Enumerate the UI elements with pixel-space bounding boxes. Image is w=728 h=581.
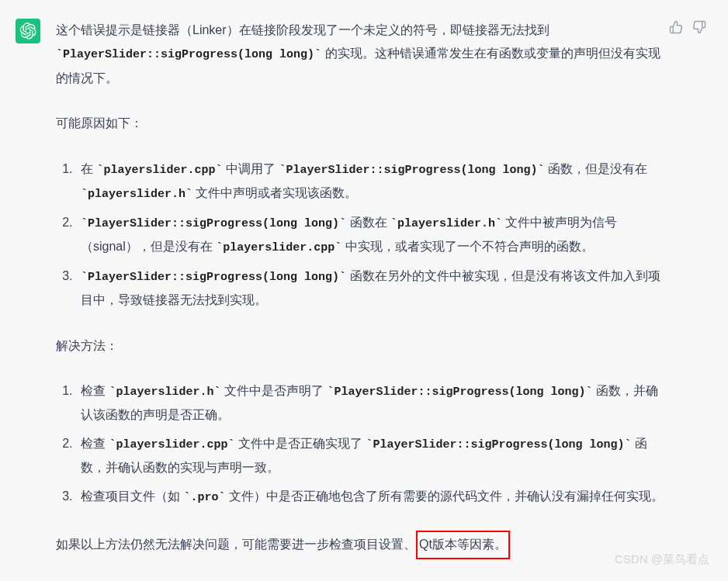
inline-code: `PlayerSlider::sigProgress(long long)` — [81, 271, 346, 284]
intro-paragraph: 这个错误提示是链接器（Linker）在链接阶段发现了一个未定义的符号，即链接器无… — [56, 19, 666, 90]
causes-list: 在 `playerslider.cpp` 中调用了 `PlayerSlider:… — [56, 157, 666, 313]
feedback-buttons — [669, 20, 706, 34]
text: 函数，但是没有在 — [544, 162, 647, 175]
inline-code: `.pro` — [183, 491, 225, 504]
text: 如果以上方法仍然无法解决问题，可能需要进一步检查项目设置、 — [56, 538, 416, 551]
openai-logo-icon — [19, 22, 36, 40]
solutions-list: 检查 `playerslider.h` 文件中是否声明了 `PlayerSlid… — [56, 379, 666, 509]
text: 文件）中是否正确地包含了所有需要的源代码文件，并确认没有漏掉任何实现。 — [225, 489, 663, 503]
inline-code: `playerslider.h` — [109, 386, 220, 399]
text: 中实现，或者实现了一个不符合声明的函数。 — [341, 240, 593, 253]
thumbs-up-icon[interactable] — [669, 20, 683, 34]
text: 文件中是否正确实现了 — [234, 437, 366, 450]
text: 函数在 — [346, 216, 390, 229]
list-item: 检查 `playerslider.h` 文件中是否声明了 `PlayerSlid… — [76, 379, 666, 427]
list-item: 在 `playerslider.cpp` 中调用了 `PlayerSlider:… — [76, 157, 666, 206]
watermark: CSDN @菜鸟看点 — [615, 552, 709, 567]
message-content: 这个错误提示是链接器（Linker）在链接阶段发现了一个未定义的符号，即链接器无… — [56, 19, 712, 581]
highlighted-text: Qt版本等因素。 — [416, 531, 510, 559]
list-item: `PlayerSlider::sigProgress(long long)` 函… — [76, 211, 666, 260]
assistant-message: 这个错误提示是链接器（Linker）在链接阶段发现了一个未定义的符号，即链接器无… — [0, 0, 728, 581]
list-item: `PlayerSlider::sigProgress(long long)` 函… — [76, 265, 666, 313]
list-item: 检查 `playerslider.cpp` 文件中是否正确实现了 `Player… — [76, 432, 666, 480]
text: 中调用了 — [222, 162, 279, 175]
text: 文件中是否声明了 — [220, 384, 327, 397]
inline-code: `PlayerSlider::sigProgress(long long)` — [81, 217, 346, 230]
inline-code: `PlayerSlider::sigProgress(long long)` — [327, 386, 592, 399]
solutions-label: 解决方法： — [56, 334, 666, 358]
inline-code: `PlayerSlider::sigProgress(long long)` — [366, 438, 631, 451]
inline-code: `playerslider.cpp` — [96, 164, 222, 177]
assistant-avatar — [16, 19, 40, 43]
text: 文件中声明或者实现该函数。 — [192, 186, 357, 199]
inline-code: `playerslider.cpp` — [109, 438, 234, 451]
inline-code: `PlayerSlider::sigProgress(long long)` — [279, 164, 544, 177]
inline-code: `PlayerSlider::sigProgress(long long)` — [56, 48, 321, 61]
text: 在 — [81, 162, 96, 175]
text: 检查项目文件（如 — [81, 489, 183, 503]
inline-code: `playerslider.h` — [390, 217, 502, 230]
closing-paragraph: 如果以上方法仍然无法解决问题，可能需要进一步检查项目设置、Qt版本等因素。 — [56, 531, 666, 559]
text: Qt版本等因素。 — [419, 538, 507, 551]
inline-code: `playerslider.cpp` — [216, 241, 341, 254]
inline-code: `playerslider.h` — [81, 188, 192, 201]
text: 检查 — [81, 437, 109, 450]
list-item: 检查项目文件（如 `.pro` 文件）中是否正确地包含了所有需要的源代码文件，并… — [76, 485, 666, 510]
text: 检查 — [81, 384, 109, 397]
causes-label: 可能原因如下： — [56, 112, 666, 135]
text: 这个错误提示是链接器（Linker）在链接阶段发现了一个未定义的符号，即链接器无… — [56, 23, 549, 36]
thumbs-down-icon[interactable] — [692, 20, 706, 34]
